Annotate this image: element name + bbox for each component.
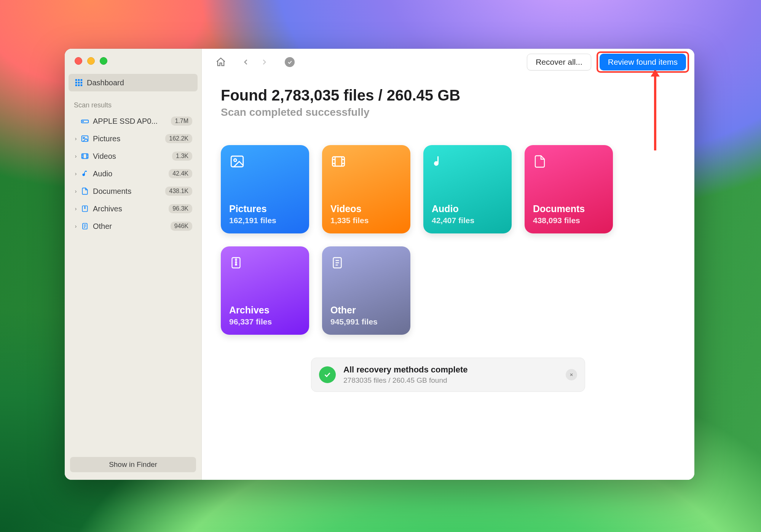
sidebar-item-other[interactable]: › Other 946K xyxy=(69,217,198,235)
documents-icon xyxy=(80,187,90,195)
close-window-button[interactable] xyxy=(75,57,82,65)
sidebar-drive-name: APPLE SSD AP0... xyxy=(93,117,171,126)
card-sub: 42,407 files xyxy=(432,216,503,225)
chevron-right-icon[interactable]: › xyxy=(72,223,80,229)
review-found-items-wrap: Review found items xyxy=(600,54,686,70)
sidebar-item-documents[interactable]: › Documents 438.1K xyxy=(69,182,198,200)
results-headline: Found 2,783,035 files / 260.45 GB xyxy=(221,87,675,104)
audio-icon xyxy=(432,153,503,173)
card-title: Pictures xyxy=(229,203,301,214)
back-button[interactable] xyxy=(238,54,254,70)
sidebar-item-archives[interactable]: › Archives 96.3K xyxy=(69,200,198,217)
forward-button[interactable] xyxy=(257,54,272,70)
pictures-icon xyxy=(229,153,301,173)
archives-icon xyxy=(80,204,90,213)
status-toast: All recovery methods complete 2783035 fi… xyxy=(311,358,585,392)
sidebar-item-label: Dashboard xyxy=(87,78,124,87)
chevron-right-icon[interactable]: › xyxy=(72,188,80,194)
window-controls xyxy=(65,49,201,65)
home-button[interactable] xyxy=(213,54,228,70)
grid-icon xyxy=(75,78,83,87)
sidebar-item-pictures[interactable]: › Pictures 162.2K xyxy=(69,130,198,147)
zoom-window-button[interactable] xyxy=(100,57,107,65)
other-icon xyxy=(80,222,90,230)
videos-icon xyxy=(330,153,402,173)
card-title: Documents xyxy=(533,203,605,214)
main-panel: Recover all... Review found items Found … xyxy=(202,49,694,480)
pictures-icon xyxy=(80,134,90,143)
sidebar-item-label: Documents xyxy=(93,187,165,196)
category-cards: Pictures 162,191 files Videos 1,335 file… xyxy=(221,145,675,335)
scan-complete-indicator-icon xyxy=(285,57,295,67)
svg-rect-2 xyxy=(81,79,83,81)
chevron-right-icon[interactable]: › xyxy=(72,136,80,142)
svg-rect-4 xyxy=(78,82,80,84)
svg-rect-18 xyxy=(332,157,345,166)
sidebar-item-dashboard[interactable]: Dashboard xyxy=(69,74,198,91)
chevron-right-icon[interactable]: › xyxy=(72,171,80,177)
documents-icon xyxy=(533,153,605,173)
sidebar-item-label: Audio xyxy=(93,169,169,178)
sidebar-item-badge: 96.3K xyxy=(169,204,192,213)
minimize-window-button[interactable] xyxy=(87,57,95,65)
card-archives[interactable]: Archives 96,337 files xyxy=(221,246,309,335)
content-area: Found 2,783,035 files / 260.45 GB Scan c… xyxy=(202,75,694,480)
svg-point-12 xyxy=(83,137,85,139)
card-sub: 96,337 files xyxy=(229,317,301,326)
videos-icon xyxy=(80,152,90,160)
app-window: Dashboard Scan results ▶ APPLE SSD AP0..… xyxy=(65,49,694,480)
card-sub: 438,093 files xyxy=(533,216,605,225)
chevron-right-icon[interactable]: › xyxy=(72,153,80,159)
sidebar-drive-badge: 1.7M xyxy=(171,117,192,126)
sidebar-item-videos[interactable]: › Videos 1.3K xyxy=(69,147,198,165)
sidebar-item-badge: 946K xyxy=(171,222,192,231)
results-subhead: Scan completed successfully xyxy=(221,106,675,118)
svg-rect-3 xyxy=(75,82,77,84)
svg-point-17 xyxy=(234,159,236,161)
card-pictures[interactable]: Pictures 162,191 files xyxy=(221,145,309,233)
sidebar-item-label: Other xyxy=(93,222,171,231)
recover-all-button[interactable]: Recover all... xyxy=(527,54,591,70)
sidebar-item-label: Videos xyxy=(93,152,172,161)
toast-detail: 2783035 files / 260.45 GB found xyxy=(343,376,558,385)
svg-rect-16 xyxy=(231,156,243,167)
sidebar-item-label: Archives xyxy=(93,204,169,213)
card-title: Videos xyxy=(330,203,402,214)
svg-rect-5 xyxy=(81,82,83,84)
sidebar-drive-row[interactable]: ▶ APPLE SSD AP0... 1.7M xyxy=(69,112,198,130)
drive-icon xyxy=(80,117,90,125)
toast-close-button[interactable] xyxy=(566,369,577,380)
card-documents[interactable]: Documents 438,093 files xyxy=(525,145,613,233)
toast-title: All recovery methods complete xyxy=(343,365,558,375)
card-title: Other xyxy=(330,305,402,316)
sidebar-item-badge: 42.4K xyxy=(169,169,192,178)
sidebar-item-audio[interactable]: › Audio 42.4K xyxy=(69,165,198,182)
card-videos[interactable]: Videos 1,335 files xyxy=(322,145,410,233)
chevron-right-icon[interactable]: › xyxy=(72,206,80,212)
annotation-arrow xyxy=(654,70,656,150)
svg-rect-13 xyxy=(82,154,88,159)
sidebar-footer: Show in Finder xyxy=(65,450,201,480)
archives-icon xyxy=(229,255,301,274)
card-sub: 162,191 files xyxy=(229,216,301,225)
sidebar-section-label: Scan results xyxy=(65,91,201,112)
card-other[interactable]: Other 945,991 files xyxy=(322,246,410,335)
audio-icon xyxy=(80,170,90,177)
card-title: Audio xyxy=(432,203,503,214)
card-title: Archives xyxy=(229,305,301,316)
card-sub: 945,991 files xyxy=(330,317,402,326)
sidebar: Dashboard Scan results ▶ APPLE SSD AP0..… xyxy=(65,49,202,480)
other-icon xyxy=(330,255,402,274)
show-in-finder-button[interactable]: Show in Finder xyxy=(70,457,196,472)
success-check-icon xyxy=(319,366,336,383)
sidebar-item-badge: 162.2K xyxy=(165,134,192,143)
sidebar-item-label: Pictures xyxy=(93,134,165,143)
toolbar: Recover all... Review found items xyxy=(202,49,694,75)
review-found-items-button[interactable]: Review found items xyxy=(600,54,686,70)
sidebar-item-badge: 438.1K xyxy=(165,187,192,196)
sidebar-item-badge: 1.3K xyxy=(172,152,192,161)
svg-point-10 xyxy=(83,121,83,122)
card-audio[interactable]: Audio 42,407 files xyxy=(423,145,512,233)
svg-rect-7 xyxy=(78,85,80,86)
svg-rect-0 xyxy=(75,79,77,81)
